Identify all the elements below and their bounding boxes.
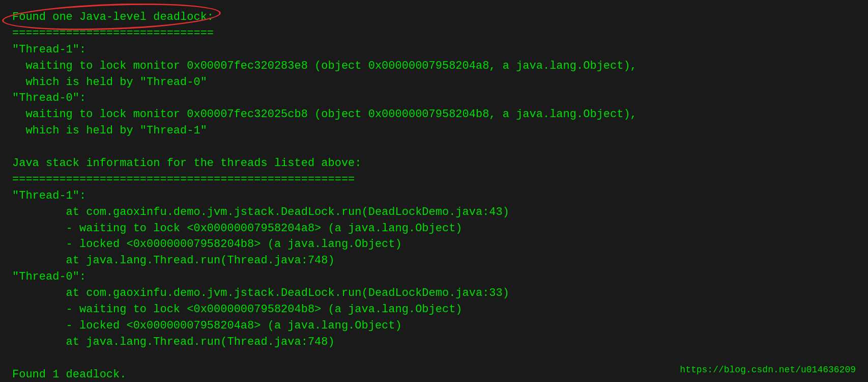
- line-7: waiting to lock monitor 0x00007fec32025c…: [12, 106, 856, 123]
- url-label: https://blog.csdn.net/u014636209: [680, 365, 856, 375]
- terminal-window: Found one Java-level deadlock: =========…: [0, 0, 868, 382]
- line-14: - waiting to lock <0x00000007958204a8> (…: [12, 221, 856, 237]
- line-18: at com.gaoxinfu.demo.jvm.jstack.DeadLock…: [12, 285, 856, 302]
- line-12: "Thread-1":: [12, 188, 856, 204]
- line-17: "Thread-0":: [12, 269, 856, 285]
- line-1: Found one Java-level deadlock:: [12, 9, 856, 25]
- line-20: - locked <0x00000007958204a8> (a java.la…: [12, 318, 856, 334]
- line-15: - locked <0x00000007958204b8> (a java.la…: [12, 236, 856, 253]
- line-13: at com.gaoxinfu.demo.jvm.jstack.DeadLock…: [12, 204, 856, 221]
- line-16: at java.lang.Thread.run(Thread.java:748): [12, 253, 856, 269]
- line-19: - waiting to lock <0x00000007958204b8> (…: [12, 302, 856, 318]
- line-6: "Thread-0":: [12, 90, 856, 106]
- line-22: [12, 350, 856, 367]
- line-11: ========================================…: [12, 172, 856, 188]
- line-3: "Thread-1":: [12, 42, 856, 58]
- line-8: which is held by "Thread-1": [12, 123, 856, 139]
- line-2: ==============================: [12, 25, 856, 42]
- line-4: waiting to lock monitor 0x00007fec320283…: [12, 58, 856, 74]
- line-5: which is held by "Thread-0": [12, 74, 856, 91]
- line-21: at java.lang.Thread.run(Thread.java:748): [12, 334, 856, 350]
- line-9: [12, 139, 856, 155]
- line-10: Java stack information for the threads l…: [12, 155, 856, 172]
